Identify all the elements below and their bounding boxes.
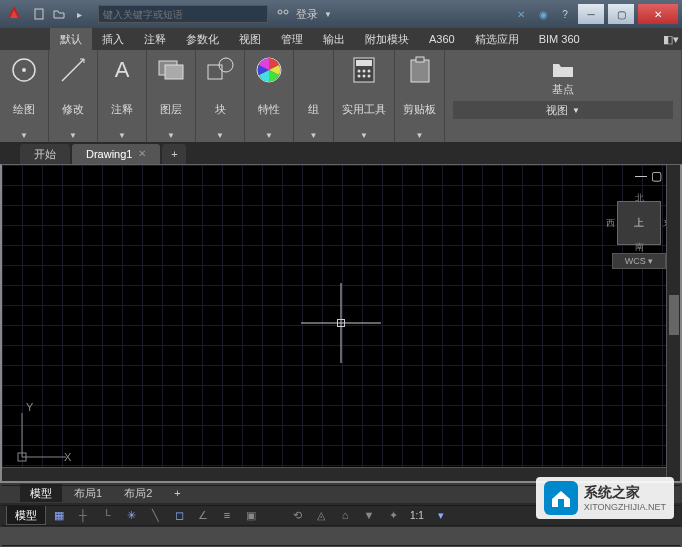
panel-draw: 绘图 ▼ [0, 50, 49, 142]
otrack-icon[interactable]: ∠ [192, 505, 214, 525]
login-button[interactable]: 登录 [296, 7, 318, 22]
layout-tab-model[interactable]: 模型 [20, 484, 62, 502]
osnap-toggle-icon[interactable]: ◻ [168, 505, 190, 525]
selection-cycling-icon[interactable]: ⟲ [286, 505, 308, 525]
viewcube-face[interactable]: 上 [634, 216, 644, 230]
viewcube[interactable]: 北 南 东 西 上 WCS ▾ [612, 193, 666, 269]
block-icon[interactable] [204, 54, 236, 86]
layout-tab-1[interactable]: 布局1 [64, 484, 112, 502]
transparency-icon[interactable]: ▣ [240, 505, 262, 525]
close-button[interactable]: ✕ [638, 4, 678, 24]
panel-label: 块 [215, 102, 226, 117]
close-tab-icon[interactable]: ✕ [138, 144, 146, 164]
exchange-icon[interactable]: ✕ [512, 5, 530, 23]
new-icon[interactable] [30, 5, 48, 23]
svg-point-1 [278, 10, 282, 14]
annotation-scale[interactable]: 1:1 [406, 510, 428, 521]
minimize-viewport-icon[interactable]: — [635, 169, 647, 183]
chevron-down-icon[interactable]: ▼ [20, 131, 28, 140]
tab-default[interactable]: 默认 [50, 28, 92, 50]
new-tab-button[interactable]: + [162, 144, 186, 164]
color-wheel-icon[interactable] [253, 54, 285, 86]
tab-bim360[interactable]: BIM 360 [529, 28, 590, 50]
help-icon[interactable]: ? [556, 5, 574, 23]
selection-filter-icon[interactable]: ▼ [358, 505, 380, 525]
ortho-toggle-icon[interactable]: └ [96, 505, 118, 525]
search-input[interactable] [98, 5, 268, 23]
text-icon[interactable]: A [106, 54, 138, 86]
viewcube-north[interactable]: 北 [635, 192, 644, 205]
panel-basepoint: 基点 视图▼ [445, 50, 682, 142]
layers-icon[interactable] [155, 54, 187, 86]
chevron-down-icon[interactable]: ▼ [416, 131, 424, 140]
tab-parametric[interactable]: 参数化 [176, 28, 229, 50]
lineweight-icon[interactable]: ≡ [216, 505, 238, 525]
tab-a360[interactable]: A360 [419, 28, 465, 50]
chevron-down-icon[interactable]: ▼ [118, 131, 126, 140]
watermark-title: 系统之家 [584, 484, 666, 502]
ucs-icon: X Y [14, 405, 74, 465]
chevron-down-icon[interactable]: ▼ [324, 10, 332, 19]
viewcube-south[interactable]: 南 [635, 241, 644, 254]
open-icon[interactable] [50, 5, 68, 23]
calculator-icon[interactable] [348, 54, 380, 86]
panel-modify: 修改 ▼ [49, 50, 98, 142]
panel-block: 块 ▼ [196, 50, 245, 142]
tab-view[interactable]: 视图 [229, 28, 271, 50]
group-icon[interactable] [298, 54, 330, 86]
chevron-down-icon[interactable]: ▼ [167, 131, 175, 140]
maximize-button[interactable]: ▢ [608, 4, 634, 24]
tab-output[interactable]: 输出 [313, 28, 355, 50]
titlebar-center: 登录 ▼ [276, 7, 332, 22]
clipboard-icon[interactable] [404, 54, 436, 86]
ribbon-expand-icon[interactable]: ◧▾ [660, 28, 682, 50]
grid-toggle-icon[interactable]: ▦ [48, 505, 70, 525]
scrollbar-thumb[interactable] [669, 295, 679, 335]
scrollbar-vertical[interactable] [666, 165, 680, 481]
cloud-icon[interactable]: ◉ [534, 5, 552, 23]
polar-toggle-icon[interactable]: ✳ [120, 505, 142, 525]
panel-label: 注释 [111, 102, 133, 117]
isodraft-icon[interactable]: ╲ [144, 505, 166, 525]
minimize-button[interactable]: ─ [578, 4, 604, 24]
tab-insert[interactable]: 插入 [92, 28, 134, 50]
dropdown-icon[interactable]: ▸ [70, 5, 88, 23]
panel-layers: 图层 ▼ [147, 50, 196, 142]
chevron-down-icon[interactable]: ▼ [360, 131, 368, 140]
chevron-down-icon[interactable]: ▼ [265, 131, 273, 140]
3dosnap-icon[interactable]: ◬ [310, 505, 332, 525]
drawing-canvas[interactable]: document.write(Array.from({length:40},(_… [0, 164, 682, 483]
tab-annotate[interactable]: 注释 [134, 28, 176, 50]
tab-featured[interactable]: 精选应用 [465, 28, 529, 50]
circle-icon[interactable] [8, 54, 40, 86]
viewcube-west[interactable]: 西 [606, 217, 615, 230]
gizmo-icon[interactable]: ✦ [382, 505, 404, 525]
tab-manage[interactable]: 管理 [271, 28, 313, 50]
wcs-label[interactable]: WCS ▾ [612, 253, 666, 269]
move-icon[interactable] [57, 54, 89, 86]
folder-icon[interactable] [551, 60, 575, 80]
model-space-button[interactable]: 模型 [6, 505, 46, 525]
maximize-viewport-icon[interactable]: ▢ [651, 169, 662, 183]
chevron-down-icon[interactable]: ▼ [310, 131, 318, 140]
dynamic-ucs-icon[interactable]: ⌂ [334, 505, 356, 525]
panel-clipboard: 剪贴板 ▼ [395, 50, 445, 142]
svg-rect-8 [165, 65, 183, 79]
panel-label: 实用工具 [342, 102, 386, 117]
tab-addins[interactable]: 附加模块 [355, 28, 419, 50]
tab-drawing1[interactable]: Drawing1 ✕ [72, 144, 160, 164]
panel-footer[interactable]: 视图▼ [453, 101, 673, 119]
layout-tab-2[interactable]: 布局2 [114, 484, 162, 502]
chevron-down-icon[interactable]: ▼ [216, 131, 224, 140]
chevron-down-icon[interactable]: ▼ [69, 131, 77, 140]
panel-label: 基点 [552, 82, 574, 97]
user-icon[interactable] [276, 8, 290, 20]
snap-toggle-icon[interactable]: ┼ [72, 505, 94, 525]
tab-start[interactable]: 开始 [20, 144, 70, 164]
svg-point-19 [368, 75, 371, 78]
svg-point-16 [368, 70, 371, 73]
add-layout-button[interactable]: + [164, 484, 190, 502]
svg-rect-9 [208, 65, 222, 79]
annotation-scale-dropdown-icon[interactable]: ▾ [430, 505, 452, 525]
panel-annotate: A 注释 ▼ [98, 50, 147, 142]
